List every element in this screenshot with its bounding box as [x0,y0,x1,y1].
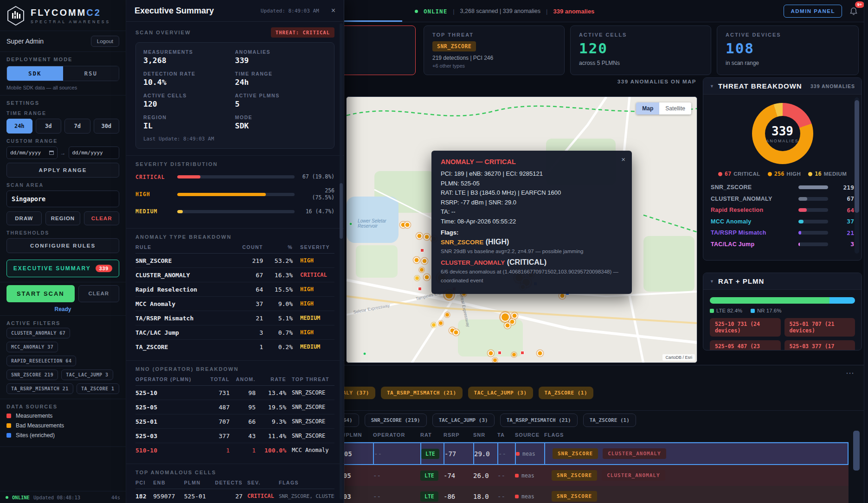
table-row[interactable]: 525-03--LTE-8618.0--measSNR_ZSCORE [288,486,849,503]
table-row[interactable]: TAC/LAC Jump30.7%HIGH [135,325,334,340]
clear-area-button[interactable]: CLEAR [84,211,119,225]
plmn-chip[interactable]: 525-01 707 (21 devices) [784,318,855,337]
time-range-3d[interactable]: 3d [36,119,62,134]
exec-scrollbar[interactable] [340,23,343,499]
collapse-triangle-icon[interactable]: ▼ [710,84,714,89]
map-marker-o2[interactable] [445,312,450,317]
anomaly-filter-chip[interactable]: TA_RSRP_MISMATCH (21) [500,414,578,427]
active-cells-card[interactable]: ACTIVE CELLS 120 across 5 PLMNs [570,25,711,75]
table-row[interactable]: SNR_ZSCORE21953.2%HIGH [135,254,334,268]
filter-chip[interactable]: MCC_ANOMALY 37 [6,342,58,352]
map-marker-r[interactable] [420,248,424,252]
time-range-30d[interactable]: 30d [94,119,120,134]
map-marker-o2[interactable] [438,321,443,325]
map-marker-o2[interactable] [493,358,497,363]
threat-list-row[interactable]: Rapid Reselection64 [703,204,862,216]
table-row[interactable]: 525-05--LTE-7426.0--measSNR_ZSCORECLUSTE… [288,465,849,486]
threat-list-row[interactable]: CLUSTER_ANOMALY67 [703,193,862,205]
map-marker-g[interactable] [349,223,353,226]
filter-chip[interactable]: CLUSTER_ANOMALY 67 [6,328,70,338]
active-devices-card[interactable]: ACTIVE DEVICES 108 in scan range [717,25,859,75]
top-threat-chip[interactable]: SNR_ZSCORE [432,41,476,51]
map-marker-o[interactable] [424,274,430,280]
table-row[interactable]: 510-1011100.0%MCC Anomaly [135,443,334,458]
table-row[interactable]: 525-033774311.4%SNR_ZSCORE [135,429,334,443]
table-row[interactable]: 525-054879519.5%SNR_ZSCORE [135,400,334,414]
table-row[interactable]: 182959077525-0127CRITICALSNR_ZSCORE, CLU… [135,489,334,503]
threat-list-row[interactable]: MCC Anomaly37 [703,216,862,228]
clear-scan-button[interactable]: CLEAR [78,285,119,302]
anomaly-filter-chip[interactable]: TAC_LAC_JUMP (3) [432,414,495,427]
admin-panel-button[interactable]: ADMIN PANEL [784,5,842,18]
table-row[interactable]: 525-01707669.3%SNR_ZSCORE [135,414,334,429]
apply-range-button[interactable]: APPLY RANGE [6,163,119,178]
anomaly-flag-chip[interactable]: TA_ZSCORE (1) [539,387,594,399]
anomaly-flag-chip[interactable]: TAC_LAC_JUMP (3) [468,387,533,399]
table-row[interactable]: 525-107319813.4%SNR_ZSCORE [135,386,334,400]
region-button[interactable]: REGION [45,211,81,225]
threat-panel-scrollbar[interactable] [855,97,859,254]
date-from-input[interactable]: dd/mm/yyyy [6,146,58,159]
executive-summary-button[interactable]: EXECUTIVE SUMMARY 339 [6,260,119,277]
threat-list-row[interactable]: SNR_ZSCORE219 [703,182,862,193]
exec-close-icon[interactable]: × [331,6,335,15]
map-marker-o[interactable] [512,313,518,319]
filter-chip[interactable]: SNR_ZSCORE 219 [6,369,58,380]
map-marker-g[interactable] [363,352,366,356]
filter-chip[interactable]: RAPID_RESELECTION 64 [6,356,76,366]
popup-close-icon[interactable]: × [621,155,625,163]
table-row[interactable]: TA/RSRP Mismatch215.1%MEDIUM [135,311,334,325]
map-marker-r[interactable] [498,351,502,355]
map-marker-r[interactable] [418,287,422,291]
table-row[interactable]: 525-05--LTE-7729.0--measSNR_ZSCORECLUSTE… [288,442,849,465]
time-range-7d[interactable]: 7d [64,119,90,134]
anomaly-filter-chip[interactable]: TA_ZSCORE (1) [583,414,636,427]
map-marker-o2[interactable] [419,267,424,272]
plmn-chip[interactable]: 525-05 487 (23 devices) [710,340,781,350]
more-options-icon[interactable]: ⋯ [846,368,855,378]
map-marker-o[interactable] [537,350,543,357]
map-marker-o[interactable] [414,257,420,263]
deployment-option-rsu[interactable]: RSU [63,66,119,81]
plmn-chip[interactable]: 525-10 731 (24 devices) [710,318,781,337]
scan-area-input[interactable]: Singapore [6,191,119,207]
time-range-24h[interactable]: 24h [6,119,32,134]
satellite-view-button[interactable]: Satellite [659,102,691,115]
anomaly-flag-chip[interactable]: TA_RSRP_MISMATCH (21) [381,387,463,399]
notifications-bell-icon[interactable] [849,7,858,18]
collapse-triangle-icon[interactable]: ▼ [710,279,714,284]
threat-list-row[interactable]: TA/RSRP Mismatch21 [703,227,862,239]
table-row[interactable]: Rapid Reselection6415.5%HIGH [135,282,334,297]
map-marker-o[interactable] [453,330,459,336]
map-marker-o[interactable] [405,222,411,228]
anomaly-filter-chip[interactable]: SNR_ZSCORE (219) [365,414,427,427]
table-scrollbar[interactable] [853,431,860,471]
map-view-button[interactable]: Map [636,102,659,115]
plmn-chip[interactable]: 525-03 377 (17 devices) [784,340,855,350]
logout-button[interactable]: Logout [91,36,119,47]
map-marker-o[interactable] [417,233,423,239]
draw-button[interactable]: DRAW [6,211,42,225]
deployment-option-sdk[interactable]: SDK [7,66,63,81]
filter-chip[interactable]: TA_ZSCORE 1 [77,383,119,394]
table-row[interactable]: CLUSTER_ANOMALY6716.3%CRITICAL [135,268,334,282]
rat-panel-header[interactable]: ▼ RAT + PLMN [703,273,862,290]
threat-list-row[interactable]: TAC/LAC Jump3 [703,239,862,250]
map-marker-y[interactable] [415,276,419,280]
map-marker-r[interactable] [521,351,524,355]
filter-chip[interactable]: TAC_LAC_JUMP 3 [61,369,113,380]
table-row[interactable]: MCC Anomaly379.0%HIGH [135,297,334,311]
date-to-input[interactable]: dd/mm/yyyy [69,146,120,159]
top-threat-card[interactable]: TOP THREAT SNR_ZSCORE 219 detections | P… [424,25,565,75]
table-row[interactable]: TA_ZSCORE10.2%MEDIUM [135,340,334,354]
map-marker-o[interactable] [505,323,511,329]
map-marker-O[interactable] [501,312,510,322]
configure-rules-button[interactable]: CONFIGURE RULES [6,238,119,253]
map-marker-o2[interactable] [512,352,516,357]
map-marker-o[interactable] [424,234,430,240]
map-marker-o[interactable] [422,258,428,264]
threat-panel-header[interactable]: ▼ THREAT BREAKDOWN 339 ANOMALIES [703,78,862,95]
notification-badge[interactable]: 9+ [855,1,864,8]
start-scan-button[interactable]: START SCAN [6,285,75,302]
filter-chip[interactable]: TA_RSRP_MISMATCH 21 [6,383,73,394]
